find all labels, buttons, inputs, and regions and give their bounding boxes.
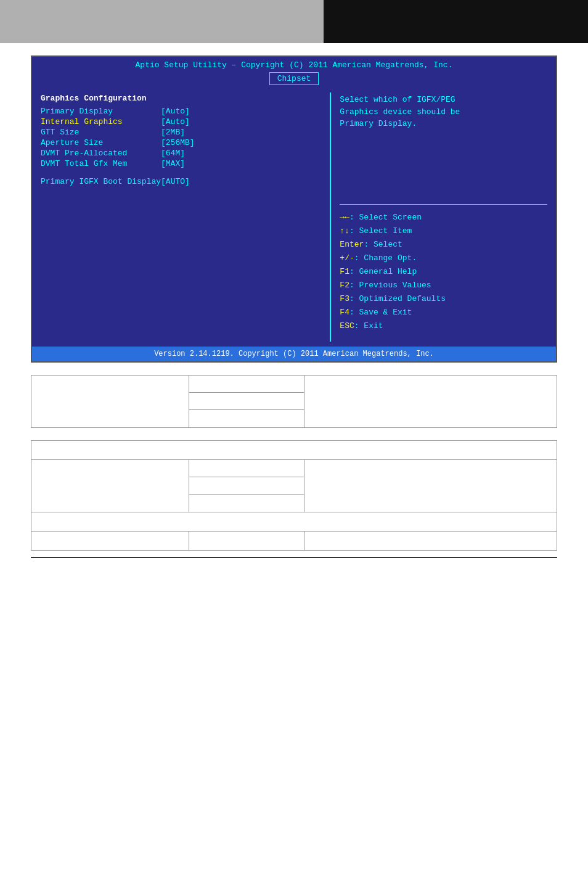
bios-right-divider bbox=[340, 204, 547, 205]
bios-help-line-1: Select which of IGFX/PEG bbox=[340, 94, 547, 106]
table-cell-3-1 bbox=[31, 532, 189, 550]
bios-key-esc: ESC: Exit bbox=[340, 319, 547, 333]
bios-label-internal-graphics: Internal Graphics bbox=[41, 117, 161, 126]
bios-key-select-item: ↑↓: Select Item bbox=[340, 224, 547, 238]
bios-key-legend: →←: Select Screen ↑↓: Select Item Enter:… bbox=[340, 211, 547, 334]
table-cell-3-3 bbox=[304, 532, 557, 550]
bios-value-igfx-boot: [AUTO] bbox=[161, 177, 190, 186]
table-full-cell-2 bbox=[31, 512, 557, 531]
bios-value-dvmt-pre: [64M] bbox=[161, 149, 185, 158]
bios-value-primary-display: [Auto] bbox=[161, 107, 190, 116]
bios-item-gtt-size[interactable]: GTT Size [2MB] bbox=[41, 128, 321, 137]
bios-value-internal-graphics: [Auto] bbox=[161, 117, 190, 126]
bios-item-aperture-size[interactable]: Aperture Size [256MB] bbox=[41, 138, 321, 147]
table-cell-2-1 bbox=[31, 460, 189, 512]
table-row-1 bbox=[31, 376, 557, 427]
bios-title: Aptio Setup Utility – Copyright (C) 2011… bbox=[32, 57, 556, 72]
table-row-3 bbox=[31, 532, 557, 550]
bios-key-f4: F4: Save & Exit bbox=[340, 306, 547, 319]
bios-section-title: Graphics Configuration bbox=[41, 94, 321, 103]
bios-right-panel: Select which of IGFX/PEG Graphics device… bbox=[331, 88, 556, 347]
bios-key-f1: F1: General Help bbox=[340, 265, 547, 279]
sub-cell-group-1 bbox=[189, 376, 304, 427]
bios-tab-label: Chipset bbox=[277, 74, 311, 83]
bios-item-dvmt-pre[interactable]: DVMT Pre-Allocated [64M] bbox=[41, 149, 321, 158]
table-cell-2-3 bbox=[304, 460, 557, 512]
bios-help-line-2: Graphics device should be bbox=[340, 106, 547, 118]
table-full-cell-1 bbox=[31, 441, 557, 459]
bios-footer: Version 2.14.1219. Copyright (C) 2011 Am… bbox=[32, 347, 556, 361]
bios-key-f2: F2: Previous Values bbox=[340, 279, 547, 292]
bios-key-f3: F3: Optimized Defaults bbox=[340, 292, 547, 306]
bottom-divider bbox=[31, 557, 557, 558]
bios-value-aperture-size: [256MB] bbox=[161, 138, 195, 147]
bios-label-gtt-size: GTT Size bbox=[41, 128, 161, 137]
bios-help-text: Select which of IGFX/PEG Graphics device… bbox=[340, 94, 547, 130]
sub-cell-3 bbox=[189, 410, 304, 427]
sub-cell-2 bbox=[189, 393, 304, 410]
bios-item-igfx-boot[interactable]: Primary IGFX Boot Display [AUTO] bbox=[41, 177, 321, 186]
bios-help-line-3: Primary Display. bbox=[340, 118, 547, 130]
bios-title-text: Aptio Setup Utility – Copyright (C) 2011… bbox=[136, 60, 453, 70]
table-cell-1-3 bbox=[304, 376, 557, 427]
bios-label-igfx-boot: Primary IGFX Boot Display bbox=[41, 177, 161, 186]
sub-cell-4 bbox=[189, 460, 304, 477]
bios-label-dvmt-pre: DVMT Pre-Allocated bbox=[41, 149, 161, 158]
table-cell-3-2 bbox=[189, 532, 304, 550]
table-section-1 bbox=[31, 375, 557, 428]
table-row-2 bbox=[31, 460, 557, 512]
top-header bbox=[0, 0, 588, 43]
bios-item-internal-graphics[interactable]: Internal Graphics [Auto] bbox=[41, 117, 321, 126]
table-cell-1-1 bbox=[31, 376, 189, 427]
bios-screen: Aptio Setup Utility – Copyright (C) 2011… bbox=[31, 55, 557, 363]
bios-value-dvmt-total: [MAX] bbox=[161, 159, 185, 168]
bios-content: Graphics Configuration Primary Display [… bbox=[32, 88, 556, 347]
bios-footer-text: Version 2.14.1219. Copyright (C) 2011 Am… bbox=[154, 350, 434, 358]
sub-cell-5 bbox=[189, 477, 304, 495]
sub-cell-1 bbox=[189, 376, 304, 393]
header-right bbox=[324, 0, 588, 43]
header-left bbox=[0, 0, 324, 43]
bios-key-change: +/-: Change Opt. bbox=[340, 252, 547, 265]
sub-cell-group-2 bbox=[189, 460, 304, 512]
bios-value-gtt-size: [2MB] bbox=[161, 128, 185, 137]
bios-key-enter: Enter: Select bbox=[340, 238, 547, 252]
bios-tab-bar: Chipset bbox=[32, 72, 556, 88]
bios-label-primary-display: Primary Display bbox=[41, 107, 161, 116]
table-section-2 bbox=[31, 440, 557, 551]
bios-item-primary-display[interactable]: Primary Display [Auto] bbox=[41, 107, 321, 116]
bios-tab-chipset[interactable]: Chipset bbox=[269, 72, 319, 85]
table-full-row-2 bbox=[31, 512, 557, 532]
bios-label-dvmt-total: DVMT Total Gfx Mem bbox=[41, 159, 161, 168]
bios-label-aperture-size: Aperture Size bbox=[41, 138, 161, 147]
sub-cell-6 bbox=[189, 495, 304, 512]
bios-item-dvmt-total[interactable]: DVMT Total Gfx Mem [MAX] bbox=[41, 159, 321, 168]
bios-left-panel: Graphics Configuration Primary Display [… bbox=[32, 88, 330, 347]
table-full-row-1 bbox=[31, 441, 557, 460]
bios-key-select-screen: →←: Select Screen bbox=[340, 211, 547, 224]
